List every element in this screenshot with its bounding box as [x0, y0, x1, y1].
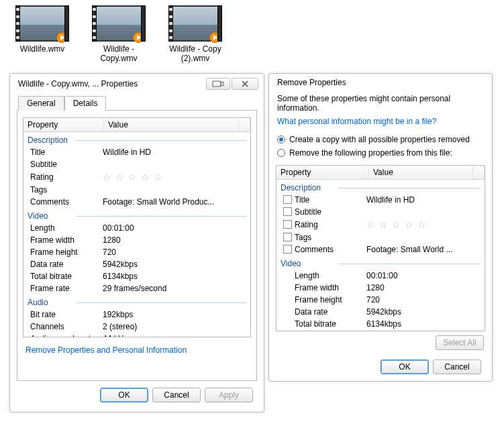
group-video: Video — [23, 208, 250, 222]
file-item[interactable]: Wildlife - Copy.wmv — [89, 5, 149, 64]
tab-general[interactable]: General — [18, 96, 64, 111]
play-icon — [209, 32, 220, 43]
select-all-button[interactable]: Select All — [436, 335, 484, 350]
svg-rect-0 — [213, 81, 221, 87]
tabs: General Details — [18, 95, 257, 110]
list-item[interactable]: Total bitrate6134kbps — [276, 318, 485, 330]
checkbox-icon[interactable] — [283, 233, 292, 241]
list-item[interactable]: Frame height720 — [276, 294, 485, 306]
file-name: Wildlife - Copy.wmv — [89, 44, 149, 64]
ok-button[interactable]: OK — [100, 388, 148, 402]
file-name: Wildlife - Copy (2).wmv — [165, 44, 225, 64]
ok-button[interactable]: OK — [381, 359, 429, 374]
video-thumbnail-icon — [172, 5, 219, 42]
checkbox-icon[interactable] — [283, 220, 292, 229]
group-video: Video — [276, 256, 485, 270]
list-item[interactable]: Length00:01:00 — [276, 270, 485, 282]
list-item[interactable]: Tags — [23, 184, 250, 196]
cancel-button[interactable]: Cancel — [152, 388, 201, 402]
list-item[interactable]: TitleWildlife in HD — [23, 146, 250, 158]
titlebar[interactable]: Remove Properties — [269, 74, 492, 93]
list-item[interactable]: Audio sample rate44 kHz — [23, 333, 250, 337]
checkbox-icon[interactable] — [283, 207, 292, 216]
video-thumbnail-icon — [19, 5, 66, 42]
list-item[interactable]: CommentsFootage: Small World ... — [276, 243, 485, 256]
button-bar: OK Cancel — [276, 350, 485, 378]
radio-icon — [277, 149, 285, 157]
property-list: Property Value Description TitleWildlife… — [276, 165, 485, 331]
window-title: Remove Properties — [277, 78, 346, 87]
list-item[interactable]: Data rate5942kbps — [23, 258, 250, 270]
property-scroll[interactable]: Description TitleWildlife in HD Subtitle… — [23, 132, 250, 337]
list-item[interactable]: TitleWildlife in HD — [276, 194, 485, 206]
col-value[interactable]: Value — [369, 166, 473, 179]
svg-rect-1 — [221, 82, 223, 85]
personal-info-link[interactable]: What personal information might be in a … — [277, 117, 436, 126]
col-property[interactable]: Property — [23, 118, 104, 131]
desktop-files: Wildlife.wmv Wildlife - Copy.wmv Wildlif… — [0, 0, 504, 66]
dialog-description: Some of these properties might contain p… — [276, 93, 485, 117]
window-title: Wildlife - Copy.wmv, ... Properties — [18, 79, 138, 89]
remove-properties-link[interactable]: Remove Properties and Personal Informati… — [26, 345, 187, 355]
list-item[interactable]: Rating☆ ☆ ☆ ☆ ☆ — [276, 218, 485, 231]
list-item[interactable]: Channels2 (stereo) — [23, 321, 250, 333]
tab-panel-details: Property Value Description TitleWildlife… — [17, 110, 257, 381]
list-item[interactable]: Length00:01:00 — [23, 222, 250, 234]
list-item[interactable]: Frame height720 — [23, 246, 250, 258]
col-value[interactable]: Value — [104, 118, 239, 131]
star-rating-icon: ☆ ☆ ☆ ☆ ☆ — [366, 219, 481, 230]
column-headers[interactable]: Property Value — [23, 118, 250, 132]
play-icon — [133, 32, 144, 43]
file-name: Wildlife.wmv — [12, 44, 72, 54]
radio-icon — [277, 135, 285, 144]
radio-create-copy[interactable]: Create a copy with all possible properti… — [276, 133, 485, 146]
checkbox-icon[interactable] — [283, 245, 292, 254]
checkbox-icon[interactable] — [283, 195, 292, 204]
list-item[interactable]: Tags — [276, 231, 485, 243]
apply-button[interactable]: Apply — [205, 388, 253, 402]
group-audio: Audio — [23, 294, 250, 309]
col-property[interactable]: Property — [276, 166, 369, 179]
button-bar: OK Cancel Apply — [17, 381, 257, 406]
list-item[interactable]: Frame rate29 frames/second — [23, 282, 250, 294]
list-item[interactable]: Subtitle — [23, 158, 250, 170]
play-icon — [56, 32, 67, 43]
property-scroll[interactable]: Description TitleWildlife in HD Subtitle… — [276, 180, 485, 331]
list-item[interactable]: Data rate5942kbps — [276, 306, 485, 318]
list-item[interactable]: CommentsFootage: Small World Produc... — [23, 196, 250, 208]
list-item[interactable]: Rating☆ ☆ ☆ ☆ ☆ — [23, 170, 250, 184]
list-item[interactable]: Frame width1280 — [23, 234, 250, 246]
group-description: Description — [23, 132, 250, 146]
file-item[interactable]: Wildlife - Copy (2).wmv — [165, 5, 225, 64]
radio-remove-following[interactable]: Remove the following properties from thi… — [276, 146, 485, 160]
video-thumbnail-icon — [95, 5, 142, 42]
close-button[interactable] — [232, 78, 258, 90]
list-item[interactable]: Subtitle — [276, 206, 485, 218]
column-headers[interactable]: Property Value — [276, 166, 485, 180]
titlebar[interactable]: Wildlife - Copy.wmv, ... Properties — [10, 74, 264, 93]
remove-properties-dialog: Remove Properties Some of these properti… — [268, 73, 493, 382]
list-item[interactable]: Bit rate192kbps — [23, 309, 250, 321]
property-list: Property Value Description TitleWildlife… — [23, 117, 251, 337]
file-item[interactable]: Wildlife.wmv — [12, 5, 72, 64]
list-item[interactable]: Frame width1280 — [276, 282, 485, 294]
help-button[interactable] — [206, 78, 230, 90]
tab-details[interactable]: Details — [64, 96, 107, 111]
cancel-button[interactable]: Cancel — [433, 359, 481, 374]
star-rating-icon: ☆ ☆ ☆ ☆ ☆ — [103, 172, 246, 182]
properties-dialog: Wildlife - Copy.wmv, ... Properties Gene… — [9, 73, 264, 412]
list-item[interactable]: Total bitrate6134kbps — [23, 270, 250, 282]
group-description: Description — [276, 180, 485, 194]
